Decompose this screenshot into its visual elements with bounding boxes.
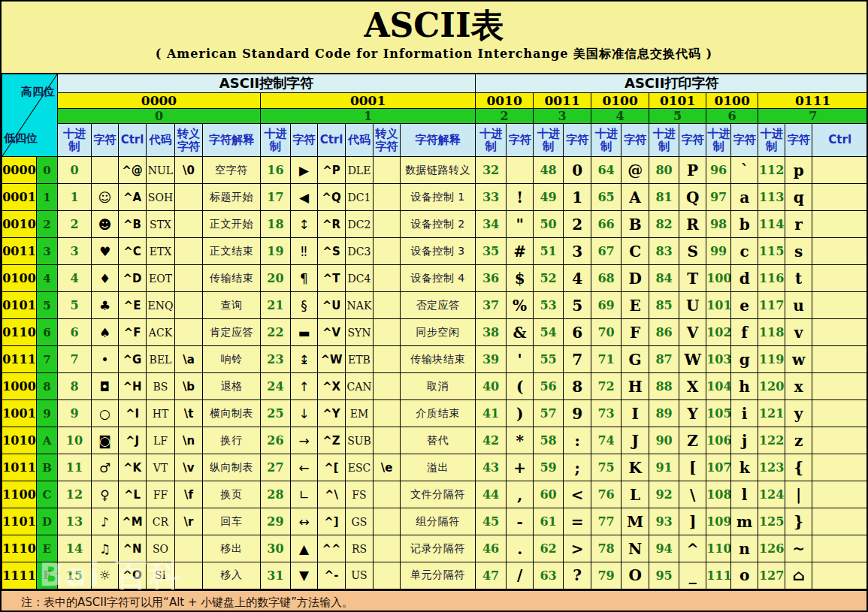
cell-ctrl [812, 427, 868, 454]
cell-binary: 1110 [2, 535, 37, 562]
cell-print-char: g [731, 346, 758, 373]
cell-escape: \r [175, 508, 203, 535]
cell-description: 传输块结束 [401, 346, 476, 373]
cell-decimal: 77 [591, 508, 622, 535]
cell-decimal: 53 [534, 292, 564, 319]
cell-code: SYN [346, 319, 374, 346]
cell-print-char: * [507, 427, 534, 454]
col-header-dec: 十进制 [649, 124, 679, 157]
cell-description: 响铃 [203, 346, 261, 373]
cell-decimal: 127 [758, 562, 785, 589]
cell-description: 记录分隔符 [401, 535, 476, 562]
group-binary-2: 0010 [476, 93, 534, 109]
cell-print-char: L [622, 481, 649, 508]
cell-description: 取消 [401, 373, 476, 400]
cell-binary: 0100 [2, 265, 37, 292]
cell-description: 回车 [203, 508, 261, 535]
cell-binary: 1001 [2, 400, 37, 427]
cell-ctrl: ^Z [318, 427, 346, 454]
cell-ctrl: ^T [318, 265, 346, 292]
page-subtitle: ( American Standard Code for Information… [2, 47, 866, 62]
cell-decimal: 27 [261, 454, 291, 481]
cell-ctrl [812, 346, 868, 373]
cell-description: 同步空闲 [401, 319, 476, 346]
cell-print-char: > [564, 535, 591, 562]
cell-control-char [92, 157, 119, 184]
cell-ctrl: ^[ [318, 454, 346, 481]
cell-ctrl [812, 508, 868, 535]
cell-decimal: 39 [476, 346, 507, 373]
cell-print-char: N [622, 535, 649, 562]
cell-decimal: 112 [758, 157, 785, 184]
cell-print-char: } [785, 508, 812, 535]
cell-print-char: d [731, 265, 758, 292]
cell-ctrl: ^W [318, 346, 346, 373]
table-row: 1011B11♂^KVT\v纵向制表27←^[ESC\e溢出43+59;75K9… [2, 454, 868, 481]
cell-ctrl: ^- [318, 562, 346, 589]
cell-decimal: 40 [476, 373, 507, 400]
group-digit-3: 3 [534, 109, 591, 124]
cell-description: 设备控制 2 [401, 211, 476, 238]
cell-print-char: $ [507, 265, 534, 292]
col-header-desc: 字符解释 [203, 124, 261, 157]
cell-decimal: 51 [534, 238, 564, 265]
col-header-code: 代码 [346, 124, 374, 157]
cell-binary: 1000 [2, 373, 37, 400]
cell-print-char: E [622, 292, 649, 319]
cell-escape [374, 508, 401, 535]
cell-binary: 1100 [2, 481, 37, 508]
cell-code: NUL [147, 157, 175, 184]
group-digit-4: 4 [591, 109, 649, 124]
cell-ctrl: ^Q [318, 184, 346, 211]
cell-decimal: 64 [591, 157, 622, 184]
cell-print-char: C [622, 238, 649, 265]
cell-decimal: 78 [591, 535, 622, 562]
table-row: 011066♠^FACK肯定应答22▬^VSYN同步空闲38&54670F86V… [2, 319, 868, 346]
cell-hex: 1 [37, 184, 58, 211]
footnote: 注：表中的ASCII字符可以用“Alt + 小键盘上的数字键”方法输入。 [2, 590, 866, 612]
cell-ctrl: ^M [119, 508, 147, 535]
cell-binary: 0000 [2, 157, 37, 184]
group-binary-6: 0100 [706, 93, 758, 109]
cell-print-char: X [679, 373, 706, 400]
cell-escape: \v [175, 454, 203, 481]
cell-control-char: ↑ [291, 373, 318, 400]
cell-decimal: 95 [649, 562, 679, 589]
cell-decimal: 9 [58, 400, 92, 427]
cell-print-char: D [622, 265, 649, 292]
cell-decimal: 70 [591, 319, 622, 346]
cell-escape [374, 535, 401, 562]
cell-decimal: 19 [261, 238, 291, 265]
cell-code: SO [147, 535, 175, 562]
group-binary-5: 0101 [649, 93, 706, 109]
cell-decimal: 97 [706, 184, 731, 211]
cell-ctrl [812, 157, 868, 184]
cell-decimal: 123 [758, 454, 785, 481]
cell-ctrl: ^N [119, 535, 147, 562]
cell-decimal: 87 [649, 346, 679, 373]
cell-decimal: 41 [476, 400, 507, 427]
cell-ctrl [812, 454, 868, 481]
cell-print-char: W [679, 346, 706, 373]
cell-decimal: 94 [649, 535, 679, 562]
cell-code: HT [147, 400, 175, 427]
cell-print-char: < [564, 481, 591, 508]
cell-hex: 9 [37, 400, 58, 427]
cell-decimal: 114 [758, 211, 785, 238]
cell-decimal: 110 [706, 535, 731, 562]
cell-decimal: 96 [706, 157, 731, 184]
group-binary-3: 0011 [534, 93, 591, 109]
cell-control-char: ☻ [92, 211, 119, 238]
table-row: 100199○^IHT\t横向制表25↓^YEM介质结束41)57973I89Y… [2, 400, 868, 427]
table-row: 1010A10◙^JLF\n换行26→^ZSUB替代42*58:74J90Z10… [2, 427, 868, 454]
cell-ctrl [812, 562, 868, 589]
cell-description: 换页 [203, 481, 261, 508]
cell-decimal: 111 [706, 562, 731, 589]
cell-escape [175, 211, 203, 238]
table-row: 1101D13♪^MCR\r回车29↔^]GS组分隔符45-61=77M93]1… [2, 508, 868, 535]
cell-control-char: ← [291, 454, 318, 481]
col-header-dec: 十进制 [58, 124, 92, 157]
cell-code: STX [147, 211, 175, 238]
cell-ctrl [812, 319, 868, 346]
cell-decimal: 35 [476, 238, 507, 265]
